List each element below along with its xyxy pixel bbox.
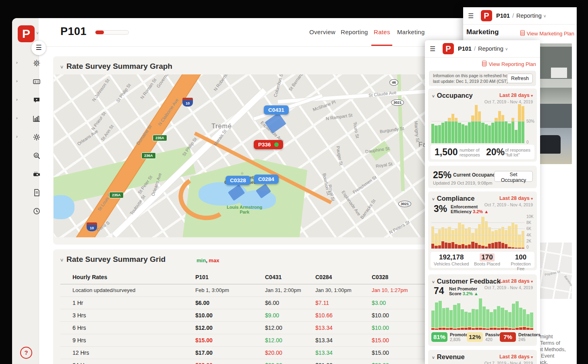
occupancy-50-gridline [431, 121, 525, 121]
collapse-chevron-icon[interactable]: ˅ [432, 356, 435, 360]
compliance-red-segment [458, 245, 461, 249]
feedback-red-segment [461, 328, 464, 330]
occupancy-green-segment [478, 121, 481, 143]
app-logo[interactable]: P [18, 25, 35, 42]
help-button[interactable]: ? [20, 347, 32, 359]
expand-chevron-icon[interactable]: › [16, 97, 18, 102]
map-marker-c0284[interactable]: C0284 [254, 175, 279, 184]
hamburger-menu-button[interactable]: ☰ [31, 41, 46, 55]
compliance-yellow-segment [508, 226, 511, 247]
occupancy-bar [501, 115, 504, 143]
expand-chevron-icon[interactable]: › [16, 60, 18, 65]
sidebar-item-signage[interactable]: › [12, 75, 39, 88]
occupancy-bar [498, 111, 501, 143]
map-marker-c0328[interactable]: C0328 [226, 176, 251, 185]
sidebar-item-feedback[interactable]: › [12, 93, 39, 107]
sidebar-item-parking-rates[interactable]: ›P [12, 56, 39, 70]
cell-value: $7.11 [315, 300, 329, 306]
set-occupancy-button[interactable]: Set Occupancy [494, 171, 533, 182]
occupancy-bar [445, 121, 447, 143]
compliance-bar [522, 231, 524, 249]
badge-detractors: 7% [500, 332, 516, 342]
feedback-bar [431, 311, 435, 330]
refresh-button[interactable]: Refresh [507, 74, 533, 83]
feedback-bar [461, 309, 464, 330]
grid-card-title: ˅Rate Survey Summary Grid [60, 255, 166, 264]
compliance-bar [501, 227, 504, 249]
compliance-red-segment [445, 243, 447, 249]
occupancy-green-segment [431, 124, 434, 143]
occupancy-green-segment [471, 121, 474, 143]
collapse-chevron-icon[interactable]: ˅ [432, 197, 435, 202]
feedback-green-segment [505, 310, 508, 327]
feedback-red-segment [526, 328, 530, 330]
map-marker-p336[interactable]: P336 [254, 140, 283, 149]
expand-chevron-icon[interactable]: › [16, 78, 18, 83]
occupancy-axis-50: 50% [526, 119, 534, 123]
feedback-green-segment [486, 309, 489, 328]
tab-overview[interactable]: Overview [309, 29, 335, 35]
breadcrumb[interactable]: P101/Reporting˅ [458, 45, 508, 52]
view-reporting-plan-link[interactable]: View Reporting Plan [482, 60, 536, 67]
enforcement-label: EnforcementEfficiency 3.2% ▲ [451, 204, 489, 214]
feedback-red-segment [501, 328, 504, 330]
current-occupancy-updated: Updated 29 Oct 2019, 9:08pm [433, 181, 492, 185]
compliance-bar [445, 229, 447, 249]
collapse-chevron-icon[interactable]: ˅ [432, 280, 435, 284]
app-logo[interactable]: P [443, 43, 454, 54]
map-marker-c0431[interactable]: C0431 [264, 105, 289, 115]
feedback-range-select[interactable]: Last 28 days ▾ [499, 278, 533, 284]
occupancy-yellow-segment [501, 115, 504, 121]
compliance-axis-label: 2K [526, 239, 531, 243]
revenue-range-select[interactable]: Last 28 days ▾ [499, 354, 533, 360]
sidebar-item-settings-gear[interactable]: › [12, 130, 39, 144]
compliance-title: ˅Compliance [432, 195, 474, 202]
compliance-red-segment [505, 244, 507, 249]
tab-rates[interactable]: Rates [374, 29, 390, 35]
cell-value: $13.34 [315, 350, 333, 356]
compliance-range-select[interactable]: Last 28 days ▾ [499, 195, 533, 201]
sidebar-item-reports-chart[interactable]: › [12, 112, 39, 125]
row-label: 9 Hrs [72, 337, 86, 343]
compliance-date-range: Oct 7, 2019 - Nov 4, 2019 [484, 202, 533, 207]
compliance-bar [438, 229, 441, 249]
sidebar-item-history-clock[interactable] [12, 204, 39, 218]
feedback-bar [457, 303, 460, 330]
cell-value: $15.00 [372, 350, 389, 356]
tab-marketing[interactable]: Marketing [397, 29, 425, 35]
collapse-chevron-icon[interactable]: ˅ [432, 94, 435, 99]
chevron-down-icon[interactable]: ˅ [36, 31, 39, 35]
compliance-red-segment [518, 248, 521, 249]
collapse-chevron-icon[interactable]: ˅ [60, 64, 63, 70]
app-logo[interactable]: P [481, 10, 492, 21]
compliance-red-segment [478, 245, 481, 249]
expand-chevron-icon[interactable]: › [16, 115, 18, 120]
occupancy-bar [515, 130, 518, 143]
compliance-gridline [431, 241, 525, 241]
compliance-bar [441, 227, 444, 249]
tab-reporting[interactable]: Reporting [341, 29, 368, 35]
occupancy-bar [475, 105, 478, 143]
occupancy-stats: 1,500 number ofresponses 20% of response… [431, 145, 534, 159]
chevron-down-icon: ▾ [531, 94, 533, 98]
view-marketing-plan-link[interactable]: View Marketing Plan [520, 30, 574, 37]
feedback-bar [493, 309, 497, 330]
enforcement-delta: 3.2% ▲ [473, 209, 489, 214]
collapse-chevron-icon[interactable]: ˅ [60, 257, 63, 263]
cell-value: $12.00 [265, 337, 282, 343]
sidebar-item-search-audit[interactable]: @ [12, 149, 39, 162]
occupancy-green-segment [515, 130, 518, 143]
hamburger-menu-icon[interactable]: ☰ [430, 45, 435, 53]
progress-fill [95, 31, 104, 34]
clipped-text-line: nt Methods, [538, 346, 566, 352]
expand-chevron-icon[interactable]: › [16, 134, 18, 139]
occupancy-range-select[interactable]: Last 28 days ▾ [499, 93, 533, 98]
feedback-green-segment [464, 312, 468, 327]
hamburger-menu-icon[interactable]: ☰ [468, 12, 474, 20]
customer-feedback-title: ˅Customer Feedback [432, 278, 501, 285]
sidebar-item-document[interactable] [12, 186, 39, 199]
feedback-green-segment [439, 301, 442, 327]
sidebar-item-camera[interactable] [12, 167, 39, 181]
compliance-yellow-segment [445, 229, 447, 242]
breadcrumb[interactable]: P101/Reporting˅ [496, 12, 546, 19]
